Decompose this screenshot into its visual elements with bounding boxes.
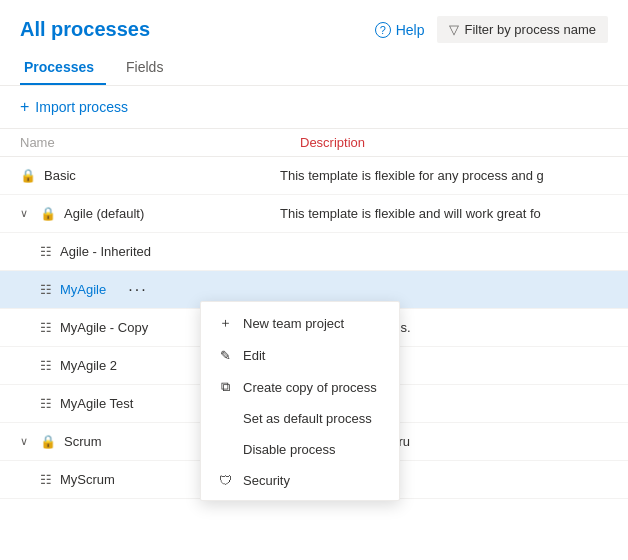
menu-item-label: Security xyxy=(243,473,290,488)
table-header: Name Description xyxy=(0,129,628,157)
help-circle-icon: ? xyxy=(375,22,391,38)
row-label: Agile (default) xyxy=(64,206,144,221)
row-label: Agile - Inherited xyxy=(60,244,151,259)
plus-icon: ＋ xyxy=(217,314,233,332)
row-label: MyScrum xyxy=(60,472,115,487)
menu-item-label: Disable process xyxy=(243,442,336,457)
menu-item-disable[interactable]: Disable process xyxy=(201,434,399,465)
desc-cell: This template is flexible for any proces… xyxy=(280,168,608,183)
copy-icon: ⧉ xyxy=(217,379,233,395)
menu-item-security[interactable]: 🛡 Security xyxy=(201,465,399,496)
row-label: MyAgile - Copy xyxy=(60,320,148,335)
page-header: All processes ? Help ▽ Filter by process… xyxy=(0,0,628,51)
template-icon: ☷ xyxy=(40,282,52,297)
import-label: Import process xyxy=(35,99,128,115)
context-menu: ＋ New team project ✎ Edit ⧉ Create copy … xyxy=(200,301,400,501)
name-cell: ☷ MyAgile ··· xyxy=(40,279,300,301)
table-row: 🔒 Basic This template is flexible for an… xyxy=(0,157,628,195)
filter-label: Filter by process name xyxy=(465,22,597,37)
name-cell: 🔒 Basic xyxy=(20,168,280,183)
template-icon: ☷ xyxy=(40,320,52,335)
name-column-header: Name xyxy=(20,135,300,150)
row-label: Scrum xyxy=(64,434,102,449)
template-icon: ☷ xyxy=(40,472,52,487)
template-icon: ☷ xyxy=(40,396,52,411)
menu-item-set-default[interactable]: Set as default process xyxy=(201,403,399,434)
help-link[interactable]: ? Help xyxy=(375,22,425,38)
import-process-button[interactable]: + Import process xyxy=(20,94,128,120)
tab-fields[interactable]: Fields xyxy=(122,51,175,85)
menu-item-new-team-project[interactable]: ＋ New team project xyxy=(201,306,399,340)
header-actions: ? Help ▽ Filter by process name xyxy=(375,16,608,43)
ellipsis-button[interactable]: ··· xyxy=(122,279,153,301)
shield-icon: 🛡 xyxy=(217,473,233,488)
row-label: MyAgile 2 xyxy=(60,358,117,373)
menu-item-create-copy[interactable]: ⧉ Create copy of process xyxy=(201,371,399,403)
tabs-bar: Processes Fields xyxy=(0,51,628,86)
row-label: MyAgile Test xyxy=(60,396,133,411)
filter-icon: ▽ xyxy=(449,22,459,37)
description-column-header: Description xyxy=(300,135,608,150)
name-cell: ∨ 🔒 Agile (default) xyxy=(20,206,280,221)
chevron-down-icon[interactable]: ∨ xyxy=(20,435,28,448)
lock-icon: 🔒 xyxy=(40,206,56,221)
page-title: All processes xyxy=(20,18,150,41)
chevron-down-icon[interactable]: ∨ xyxy=(20,207,28,220)
menu-item-edit[interactable]: ✎ Edit xyxy=(201,340,399,371)
menu-item-label: Create copy of process xyxy=(243,380,377,395)
row-label: Basic xyxy=(44,168,76,183)
plus-icon: + xyxy=(20,98,29,116)
template-icon: ☷ xyxy=(40,244,52,259)
name-cell: ☷ Agile - Inherited xyxy=(40,244,300,259)
pencil-icon: ✎ xyxy=(217,348,233,363)
toolbar: + Import process xyxy=(0,86,628,129)
template-icon: ☷ xyxy=(40,358,52,373)
menu-item-label: Edit xyxy=(243,348,265,363)
row-label-myagile[interactable]: MyAgile xyxy=(60,282,106,297)
tab-processes[interactable]: Processes xyxy=(20,51,106,85)
menu-item-label: Set as default process xyxy=(243,411,372,426)
desc-cell: This template is flexible and will work … xyxy=(280,206,608,221)
processes-table: Name Description 🔒 Basic This template i… xyxy=(0,129,628,499)
help-label: Help xyxy=(396,22,425,38)
filter-button[interactable]: ▽ Filter by process name xyxy=(437,16,609,43)
lock-icon: 🔒 xyxy=(20,168,36,183)
lock-icon: 🔒 xyxy=(40,434,56,449)
table-row: ☷ MyAgile ··· ＋ New team project ✎ Edit … xyxy=(0,271,628,309)
table-row: ☷ Agile - Inherited xyxy=(0,233,628,271)
table-row: ∨ 🔒 Agile (default) This template is fle… xyxy=(0,195,628,233)
menu-item-label: New team project xyxy=(243,316,344,331)
